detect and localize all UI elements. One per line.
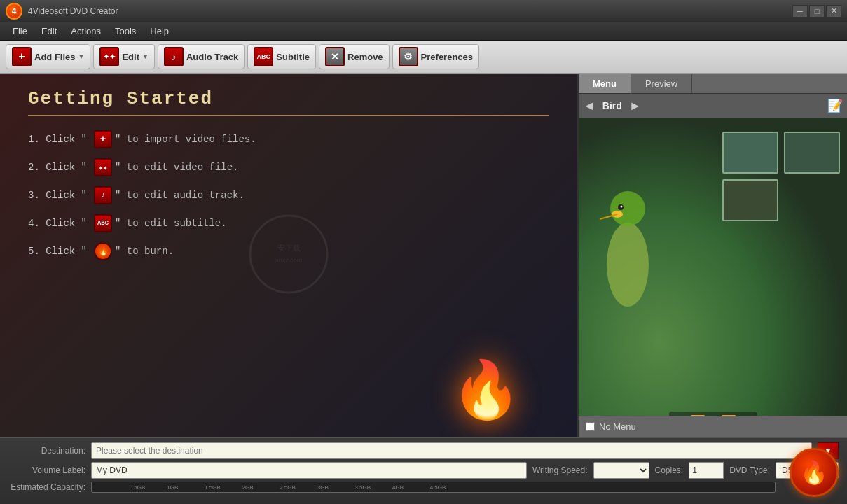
volume-input[interactable] xyxy=(91,462,527,479)
ctrl-start[interactable]: ⏮ xyxy=(675,414,687,416)
menu-actions[interactable]: Actions xyxy=(64,24,108,38)
right-tabs: Menu Preview xyxy=(579,74,847,94)
menu-thumbnails xyxy=(722,132,840,221)
copies-input[interactable] xyxy=(689,462,724,479)
bird-image xyxy=(586,139,712,335)
copies-label: Copies: xyxy=(655,465,684,475)
ctrl-rewind[interactable]: ⏪ xyxy=(690,414,705,416)
step-1: 1. Click " + " to import video files. xyxy=(28,130,549,148)
svg-point-4 xyxy=(610,191,645,226)
subtitle-label: Subtitle xyxy=(276,52,310,62)
remove-button[interactable]: ✕ Remove xyxy=(319,44,390,69)
no-menu-bar: No Menu xyxy=(579,416,847,437)
audio-track-icon: ♪ xyxy=(164,47,184,66)
destination-input[interactable] xyxy=(91,442,812,459)
tab-menu[interactable]: Menu xyxy=(579,74,631,93)
step5-icon: 🔥 xyxy=(94,242,112,260)
thumb-2 xyxy=(784,132,840,174)
step-5: 5. Click " 🔥 " to burn. xyxy=(28,242,549,260)
minimize-button[interactable]: ─ xyxy=(792,5,808,18)
remove-label: Remove xyxy=(347,52,383,62)
ctrl-end[interactable]: ⏭ xyxy=(739,414,752,416)
step4-icon: ABC xyxy=(94,214,112,232)
svg-point-8 xyxy=(621,206,623,208)
svg-point-3 xyxy=(607,223,649,307)
writing-speed-label: Writing Speed: xyxy=(532,465,588,475)
restore-button[interactable]: □ xyxy=(809,5,825,18)
media-controls: ⏮ ⏪ ▶ ⏩ ⏭ xyxy=(669,412,757,416)
subtitle-button[interactable]: ABC Subtitle xyxy=(247,44,316,69)
menu-title: Bird xyxy=(602,100,622,111)
thumb-3 xyxy=(722,179,778,221)
preferences-label: Preferences xyxy=(421,52,473,62)
settings-row: Volume Label: Writing Speed: Copies: DVD… xyxy=(8,462,839,479)
menu-edit-icon[interactable]: 📝 xyxy=(827,98,843,113)
close-button[interactable]: ✕ xyxy=(826,5,841,18)
audio-track-button[interactable]: ♪ Audio Track xyxy=(158,44,245,69)
destination-label: Destination: xyxy=(8,446,85,456)
bottom-bar: Destination: ▼ Volume Label: Writing Spe… xyxy=(0,437,847,504)
menu-tools[interactable]: Tools xyxy=(108,24,143,38)
getting-started-title: Getting Started xyxy=(28,88,549,116)
tab-preview[interactable]: Preview xyxy=(631,74,692,93)
right-panel: Menu Preview ◄ Bird ► 📝 xyxy=(577,74,847,437)
right-content: ◄ Bird ► 📝 xyxy=(579,94,847,416)
menu-edit[interactable]: Edit xyxy=(34,24,64,38)
flame-decoration: 🔥 xyxy=(451,357,521,423)
capacity-label: Estimated Capacity: xyxy=(8,482,85,492)
volume-label: Volume Label: xyxy=(8,465,85,475)
edit-button[interactable]: ✦✦ Edit ▼ xyxy=(93,44,154,69)
app-logo: 4 xyxy=(6,3,22,20)
edit-arrow: ▼ xyxy=(142,53,149,60)
main-area: Getting Started 1. Click " + " to import… xyxy=(0,74,847,437)
menu-file[interactable]: File xyxy=(6,24,34,38)
subtitle-icon: ABC xyxy=(254,47,273,66)
step-2: 2. Click " ✦✦ " to edit video file. xyxy=(28,158,549,176)
step-4: 4. Click " ABC " to edit subtitle. xyxy=(28,214,549,232)
step3-icon: ♪ xyxy=(94,186,112,204)
toolbar: + Add Files ▼ ✦✦ Edit ▼ ♪ Audio Track AB… xyxy=(0,41,847,74)
menubar: File Edit Actions Tools Help xyxy=(0,22,847,41)
ctrl-ffwd[interactable]: ⏩ xyxy=(721,414,736,416)
burn-icon: 🔥 xyxy=(800,459,828,486)
left-panel: Getting Started 1. Click " + " to import… xyxy=(0,74,577,437)
thumb-1 xyxy=(722,132,778,174)
preferences-button[interactable]: ⚙ Preferences xyxy=(392,44,479,69)
app-title: 4Videosoft DVD Creator xyxy=(28,6,791,16)
bird-preview: ⏮ ⏪ ▶ ⏩ ⏭ xyxy=(579,118,847,416)
add-files-arrow: ▼ xyxy=(78,53,85,60)
step-3: 3. Click " ♪ " to edit audio track. xyxy=(28,186,549,204)
destination-row: Destination: ▼ xyxy=(8,442,839,459)
menu-help[interactable]: Help xyxy=(143,24,176,38)
preferences-icon: ⚙ xyxy=(399,47,418,66)
menu-nav: ◄ Bird ► 📝 xyxy=(579,94,847,118)
edit-label: Edit xyxy=(122,52,139,62)
nav-prev[interactable]: ◄ xyxy=(583,99,595,113)
dvd-type-label: DVD Type: xyxy=(729,465,770,475)
no-menu-label[interactable]: No Menu xyxy=(599,421,636,432)
edit-icon: ✦✦ xyxy=(99,47,119,66)
audio-track-label: Audio Track xyxy=(186,52,238,62)
step2-icon: ✦✦ xyxy=(94,158,112,176)
add-files-label: Add Files xyxy=(34,52,76,62)
ctrl-play[interactable]: ▶ xyxy=(708,414,718,416)
no-menu-checkbox[interactable] xyxy=(586,422,595,431)
capacity-row: Estimated Capacity: 0.5GB 1GB 1.5GB 2GB … xyxy=(8,482,839,493)
titlebar: 4 4Videosoft DVD Creator ─ □ ✕ xyxy=(0,0,847,22)
add-files-icon: + xyxy=(12,47,32,66)
burn-button[interactable]: 🔥 xyxy=(790,448,839,497)
step1-icon: + xyxy=(94,130,112,148)
nav-next[interactable]: ► xyxy=(629,99,642,113)
remove-icon: ✕ xyxy=(325,47,345,66)
progress-track: 0.5GB 1GB 1.5GB 2GB 2.5GB 3GB 3.5GB 4GB … xyxy=(91,482,776,493)
add-files-button[interactable]: + Add Files ▼ xyxy=(6,44,90,69)
writing-speed-select[interactable] xyxy=(593,462,649,479)
